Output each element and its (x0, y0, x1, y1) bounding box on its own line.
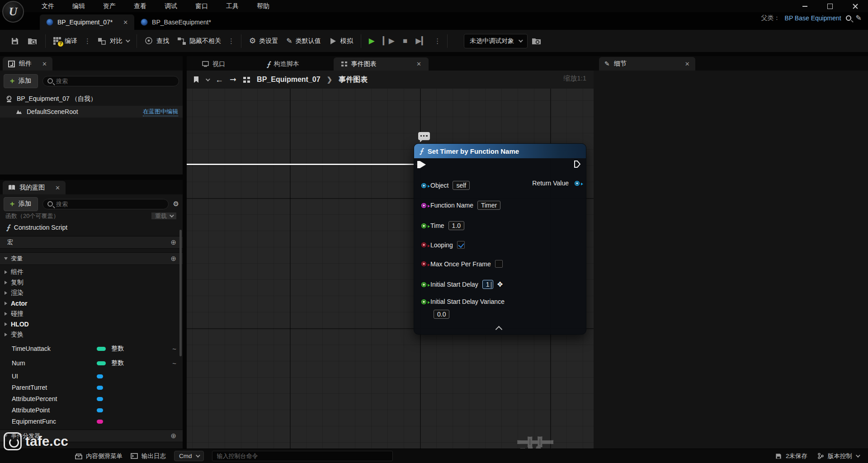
tab-details[interactable]: ✎ 细节 ✕ (599, 57, 695, 71)
variance-value-row[interactable]: 0.0 (434, 310, 449, 319)
filter-gear-icon[interactable]: ⚙ (173, 200, 179, 208)
function-name-pin-icon[interactable] (421, 203, 426, 208)
tab-close-icon[interactable]: ✕ (123, 19, 128, 26)
component-child-item[interactable]: DefaultSceneRoot (27, 108, 78, 115)
add-component-button[interactable]: ＋ 添加 (4, 74, 38, 88)
override-dropdown[interactable]: 重载 (151, 213, 176, 219)
tab-bp-equipment-07[interactable]: BP_Equipment_07* ✕ (40, 14, 134, 30)
expand-arrow-icon[interactable] (5, 291, 7, 295)
content-drawer-button[interactable]: 内容侧滑菜单 (75, 452, 123, 460)
menu-file[interactable]: 文件 (42, 2, 54, 10)
menu-window[interactable]: 窗口 (195, 2, 208, 10)
function-name-field[interactable]: Timer (477, 201, 500, 210)
initial-delay-field[interactable]: 1 (482, 280, 493, 289)
variable-category[interactable]: HLOD (0, 319, 183, 329)
variance-field[interactable]: 0.0 (434, 310, 449, 319)
exec-out-pin[interactable] (574, 161, 580, 168)
expand-arrow-icon[interactable] (5, 302, 7, 305)
save-button[interactable] (6, 33, 24, 49)
variable-section-header[interactable]: 变量 ⊕ (0, 252, 183, 265)
tab-close-icon[interactable]: ✕ (55, 184, 60, 191)
debug-object-dropdown[interactable]: 未选中调试对象 (464, 34, 528, 48)
breadcrumb-current[interactable]: 事件图表 (339, 75, 368, 85)
looping-pin-row[interactable]: Looping (421, 241, 465, 249)
construction-script-item[interactable]: ⨍ Construction Script (0, 222, 183, 233)
object-pin-row[interactable]: Object self (421, 181, 470, 190)
version-control-button[interactable]: 版本控制 (817, 452, 859, 460)
compile-options-icon[interactable]: ⋮ (81, 37, 94, 45)
variable-row[interactable]: AttributePercent (0, 393, 183, 404)
variable-category[interactable]: 渲染 (0, 288, 183, 298)
add-macro-icon[interactable]: ⊕ (170, 238, 176, 246)
initial-delay-pin-row[interactable]: Initial Start Delay 1 ✥ (421, 280, 503, 289)
variable-category[interactable]: 组件 (0, 267, 183, 277)
looping-checkbox[interactable] (457, 241, 465, 249)
tab-close-icon[interactable]: ✕ (416, 61, 421, 67)
edit-parent-icon[interactable]: ✎ (856, 14, 862, 22)
expand-arrow-icon[interactable] (5, 270, 7, 274)
menu-debug[interactable]: 调试 (165, 2, 177, 10)
variable-category[interactable]: 变换 (0, 330, 183, 340)
tab-my-blueprint[interactable]: 我的蓝图 ✕ (3, 181, 66, 194)
variable-row[interactable]: Num 整数 ~ (0, 357, 183, 369)
add-dispatcher-icon[interactable]: ⊕ (170, 432, 176, 440)
play-options-icon[interactable]: ⋮ (431, 37, 443, 45)
function-name-pin-row[interactable]: Function Name Timer (421, 201, 500, 210)
output-log-button[interactable]: 输出日志 (131, 452, 166, 460)
nav-back-icon[interactable]: ← (215, 75, 223, 85)
menu-edit[interactable]: 编辑 (72, 2, 85, 10)
edit-in-blueprint-link[interactable]: 在蓝图中编辑 (143, 108, 178, 116)
collapse-arrow-icon[interactable] (4, 257, 8, 260)
variable-category[interactable]: Actor (0, 298, 183, 308)
exec-in-pin[interactable] (420, 161, 426, 168)
expand-arrow-icon[interactable] (5, 312, 7, 316)
max-once-pin-icon[interactable] (421, 261, 426, 266)
time-pin-icon[interactable] (421, 223, 426, 228)
search-parent-icon[interactable] (846, 15, 851, 21)
component-search-input[interactable] (56, 78, 174, 85)
play-button[interactable]: ▶ (365, 33, 379, 49)
bookmark-icon[interactable] (193, 76, 199, 83)
node-header[interactable]: ⨍ Set Timer by Function Name (414, 144, 586, 158)
class-settings-button[interactable]: ⚙ 类设置 (245, 33, 282, 49)
variable-category[interactable]: 复制 (0, 278, 183, 288)
expand-arrow-icon[interactable] (5, 333, 7, 336)
max-once-checkbox[interactable] (495, 260, 503, 268)
tab-construction-script[interactable]: ⨍ 构造脚本 (259, 57, 307, 71)
functions-overridable-row-clipped[interactable]: 函数（20个可覆盖） 重载 (0, 213, 183, 219)
expand-arrow-icon[interactable] (5, 322, 7, 326)
tab-viewport[interactable]: 视口 (195, 57, 232, 71)
tab-close-icon[interactable]: ✕ (42, 61, 47, 67)
tab-bp-baseequipment[interactable]: BP_BaseEquipment* (134, 14, 217, 30)
stop-button[interactable]: ■ (399, 33, 411, 49)
set-timer-node[interactable]: ⨍ Set Timer by Function Name Object self (414, 143, 586, 335)
compile-button[interactable]: ? 编译 (49, 34, 81, 48)
object-pin-icon[interactable] (421, 183, 426, 188)
return-value-pin-icon[interactable] (575, 181, 580, 186)
tab-event-graph[interactable]: 事件图表 ✕ (334, 57, 429, 71)
menu-asset[interactable]: 资产 (103, 2, 116, 10)
menu-help[interactable]: 帮助 (257, 2, 269, 10)
time-pin-row[interactable]: Time 1.0 (421, 221, 464, 230)
collapse-node-icon[interactable] (495, 326, 505, 331)
add-blueprint-item-button[interactable]: ＋ 添加 (4, 197, 38, 211)
class-defaults-button[interactable]: ✎ 类默认值 (282, 33, 325, 48)
blueprint-search-input[interactable] (56, 201, 164, 208)
menu-view[interactable]: 查看 (134, 2, 146, 10)
close-window-icon[interactable] (843, 0, 868, 12)
rep-wave-icon[interactable]: ~ (172, 345, 176, 353)
debug-browse-button[interactable] (528, 33, 546, 49)
variable-category[interactable]: 碰撞 (0, 309, 183, 319)
variable-row[interactable]: TimeUnattack 整数 ~ (0, 343, 183, 354)
component-root-item[interactable]: BP_Equipment_07 （自我） (17, 95, 97, 103)
nav-forward-icon[interactable]: ➞ (230, 75, 236, 85)
hide-unrelated-button[interactable]: 隐藏不相关 (173, 34, 225, 48)
unsaved-button[interactable]: 2未保存 (775, 452, 807, 460)
simulate-button[interactable]: 模拟 (325, 34, 357, 48)
rep-wave-icon[interactable]: ~ (172, 359, 176, 367)
frame-skip-button[interactable]: ▎▶ (379, 33, 399, 49)
max-once-pin-row[interactable]: Max Once Per Frame (421, 260, 503, 268)
browse-asset-button[interactable] (24, 33, 42, 49)
eject-button[interactable]: ▶▎ (411, 33, 431, 49)
object-value-field[interactable]: self (453, 181, 470, 190)
